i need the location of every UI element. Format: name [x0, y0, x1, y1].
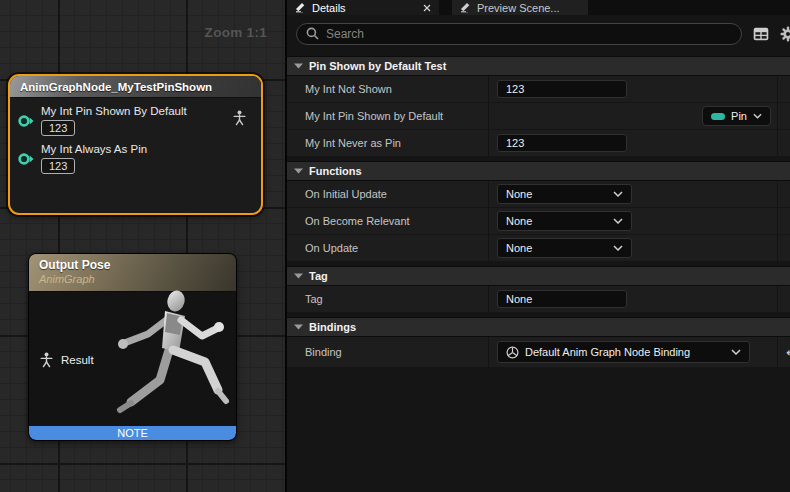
- close-tab-icon[interactable]: [423, 4, 431, 12]
- int-pin-icon[interactable]: [17, 152, 35, 166]
- preview-scene-tab-icon: [460, 2, 471, 13]
- section-functions: Functions On Initial Update None On Beco…: [287, 161, 790, 262]
- property-label: Binding: [287, 337, 489, 367]
- property-label: My Int Not Shown: [287, 76, 489, 102]
- row-on-update: On Update None: [287, 235, 790, 262]
- node-subtitle: AnimGraph: [39, 273, 236, 285]
- binding-dropdown[interactable]: Default Anim Graph Node Binding: [497, 341, 750, 363]
- result-pin-label: Result: [61, 354, 94, 366]
- category-header[interactable]: Functions: [287, 161, 790, 181]
- row-my-int-pin-shown-by-default: My Int Pin Shown by Default Pin: [287, 103, 790, 130]
- category-title: Tag: [309, 270, 328, 282]
- pin-default-value[interactable]: 123: [41, 158, 75, 174]
- chevron-down-icon: [613, 218, 623, 224]
- on-initial-update-dropdown[interactable]: None: [497, 184, 632, 204]
- details-panel: Details Preview Scene...: [285, 0, 790, 492]
- category-title: Pin Shown by Default Test: [309, 60, 446, 72]
- panel-tab-bar: Details Preview Scene...: [287, 0, 790, 15]
- chevron-down-icon: [294, 273, 303, 279]
- pin-row-my-int-always-as-pin: My Int Always As Pin 123: [10, 143, 261, 174]
- property-label: My Int Pin Shown by Default: [287, 103, 489, 129]
- property-label: Tag: [287, 286, 489, 312]
- category-title: Functions: [309, 165, 362, 177]
- tag-input[interactable]: [497, 290, 627, 308]
- details-tab-icon: [295, 2, 306, 13]
- binding-icon: [506, 346, 519, 359]
- search-input[interactable]: [326, 27, 732, 41]
- tab-preview-scene[interactable]: Preview Scene...: [452, 0, 588, 15]
- person-icon: [39, 352, 54, 368]
- pin-label: My Int Pin Shown By Default: [41, 105, 187, 117]
- tab-label: Details: [312, 2, 346, 14]
- node-title[interactable]: AnimGraphNode_MyTestPinShown: [10, 76, 261, 98]
- my-int-never-as-pin-input[interactable]: [497, 134, 627, 152]
- my-int-not-shown-input[interactable]: [497, 80, 627, 98]
- running-mannequin-image: [115, 290, 233, 420]
- pin-default-value[interactable]: 123: [41, 120, 75, 136]
- section-tag: Tag Tag: [287, 266, 790, 313]
- category-header[interactable]: Bindings: [287, 317, 790, 337]
- gear-icon[interactable]: [780, 26, 790, 42]
- node-output-pose[interactable]: Output Pose AnimGraph: [28, 253, 237, 441]
- chevron-down-icon: [294, 63, 303, 69]
- dropdown-value: None: [506, 188, 532, 200]
- category-title: Bindings: [309, 321, 356, 333]
- binding-value: Default Anim Graph Node Binding: [525, 346, 690, 358]
- row-my-int-not-shown: My Int Not Shown: [287, 76, 790, 103]
- chevron-down-icon: [753, 113, 762, 119]
- on-update-dropdown[interactable]: None: [497, 238, 632, 258]
- category-header[interactable]: Tag: [287, 266, 790, 286]
- tab-details[interactable]: Details: [287, 0, 439, 15]
- node-note-banner[interactable]: NOTE: [29, 426, 236, 440]
- display-filter-icon[interactable]: [753, 27, 769, 41]
- details-empty-area: [287, 368, 790, 492]
- dropdown-value: None: [506, 215, 532, 227]
- property-label: On Initial Update: [287, 181, 489, 207]
- row-binding: Binding Default Anim Graph Node Binding: [287, 337, 790, 368]
- section-bindings: Bindings Binding Default Anim Graph Node…: [287, 317, 790, 368]
- on-become-relevant-dropdown[interactable]: None: [497, 211, 632, 231]
- row-on-initial-update: On Initial Update None: [287, 181, 790, 208]
- animgraph-canvas[interactable]: Zoom 1:1 AnimGraphNode_MyTestPinShown My…: [0, 0, 285, 492]
- int-pin-icon[interactable]: [17, 114, 35, 128]
- chevron-down-icon: [294, 168, 303, 174]
- chevron-down-icon: [613, 245, 623, 251]
- chevron-down-icon: [613, 191, 623, 197]
- search-box[interactable]: [296, 23, 742, 45]
- row-my-int-never-as-pin: My Int Never as Pin: [287, 130, 790, 157]
- property-label: On Update: [287, 235, 489, 261]
- node-title: Output Pose: [39, 258, 236, 272]
- chevron-down-icon: [294, 324, 303, 330]
- dropdown-value: None: [506, 242, 532, 254]
- details-toolbar: [287, 15, 790, 52]
- node-animgraphnode-mytestpinshown[interactable]: AnimGraphNode_MyTestPinShown My Int Pin …: [8, 74, 263, 215]
- search-icon: [306, 27, 319, 40]
- zoom-level-indicator: Zoom 1:1: [197, 25, 267, 40]
- unreal-editor-window: Zoom 1:1 AnimGraphNode_MyTestPinShown My…: [0, 0, 790, 492]
- pin-pill-icon: [711, 113, 725, 120]
- category-header[interactable]: Pin Shown by Default Test: [287, 56, 790, 76]
- pin-mode-dropdown[interactable]: Pin: [702, 106, 771, 126]
- pin-label: My Int Always As Pin: [41, 143, 147, 155]
- node-output-header[interactable]: Output Pose AnimGraph: [29, 254, 236, 292]
- reset-to-default-icon[interactable]: ↩: [786, 346, 790, 359]
- section-pin-shown-by-default-test: Pin Shown by Default Test My Int Not Sho…: [287, 56, 790, 157]
- pin-mode-value: Pin: [731, 110, 747, 122]
- row-on-become-relevant: On Become Relevant None: [287, 208, 790, 235]
- tab-label: Preview Scene...: [477, 2, 560, 14]
- row-tag: Tag: [287, 286, 790, 313]
- property-label: My Int Never as Pin: [287, 130, 489, 156]
- result-pose-pin[interactable]: Result: [39, 352, 94, 368]
- pin-row-my-int-pin-shown-by-default: My Int Pin Shown By Default 123: [10, 105, 261, 136]
- chevron-down-icon: [731, 349, 741, 355]
- property-label: On Become Relevant: [287, 208, 489, 234]
- person-icon: [232, 110, 247, 130]
